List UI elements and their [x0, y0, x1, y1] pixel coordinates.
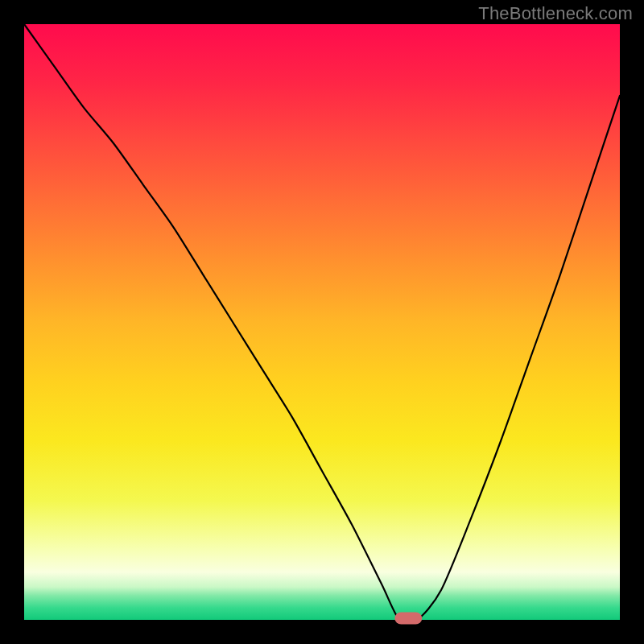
minimum-marker — [394, 613, 422, 625]
gradient-background — [24, 24, 620, 620]
watermark-text: TheBottleneck.com — [478, 3, 633, 24]
bottleneck-chart — [0, 0, 644, 644]
